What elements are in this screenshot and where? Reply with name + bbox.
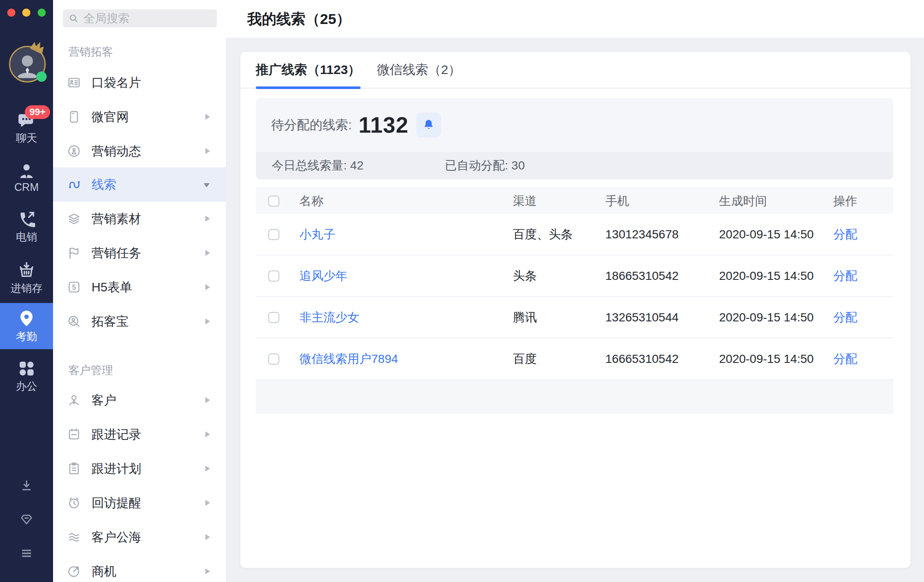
svg-text:5: 5 xyxy=(72,283,76,291)
flag-icon xyxy=(67,246,81,260)
lead-row: 非主流少女 腾讯 13265310544 2020-09-15 14:50 分配 xyxy=(256,297,893,339)
unassigned-panel-top: 待分配的线索: 1132 xyxy=(256,98,893,152)
tab-promo-leads[interactable]: 推广线索（1123） xyxy=(256,52,361,88)
row-checkbox[interactable] xyxy=(268,270,279,282)
col-phone: 手机 xyxy=(605,193,719,209)
sidebar-item-pocket-card[interactable]: 口袋名片 xyxy=(53,65,226,100)
section-title-marketing: 营销拓客 xyxy=(68,45,113,58)
assign-link[interactable]: 分配 xyxy=(833,352,857,365)
stat-auto-assigned: 已自动分配: 30 xyxy=(445,152,525,179)
waves-icon xyxy=(67,530,81,544)
chevron-right-icon xyxy=(205,500,210,506)
notify-bell-button[interactable] xyxy=(416,113,441,137)
rail-item-attendance[interactable]: 考勤 xyxy=(0,303,53,349)
lead-stats-strip: 今日总线索量: 42 已自动分配: 30 xyxy=(256,152,893,179)
row-checkbox[interactable] xyxy=(268,353,279,365)
rail-label-office: 办公 xyxy=(0,379,53,393)
lead-channel: 头条 xyxy=(513,268,605,284)
online-status-dot xyxy=(36,71,47,82)
menu-icon[interactable] xyxy=(19,546,34,561)
col-name: 名称 xyxy=(299,193,513,209)
tab-bar: 推广线索（1123） 微信线索（2） xyxy=(240,52,910,89)
col-created: 生成时间 xyxy=(719,193,833,209)
lead-channel: 百度 xyxy=(513,351,605,367)
sidebar-item-followup-records[interactable]: 跟进记录 xyxy=(53,417,226,451)
chevron-right-icon xyxy=(205,250,210,256)
chevron-right-icon xyxy=(205,318,210,324)
app-rail: 99+ 聊天 CRM 电销 xyxy=(0,0,53,582)
lead-row: 小丸子 百度、头条 13012345678 2020-09-15 14:50 分… xyxy=(256,214,893,255)
sidebar-item-customers[interactable]: 客户 xyxy=(53,383,226,417)
lead-phone: 13265310544 xyxy=(605,311,719,324)
sidebar-item-h5-form[interactable]: 5 H5表单 xyxy=(53,270,226,304)
lead-name-link[interactable]: 非主流少女 xyxy=(299,311,359,324)
mini-site-icon xyxy=(67,110,81,124)
lead-phone: 18665310542 xyxy=(605,269,719,283)
chevron-right-icon xyxy=(205,397,210,403)
chevron-right-icon xyxy=(205,114,210,120)
page-title: 我的线索（25） xyxy=(247,0,351,38)
h5-form-icon: 5 xyxy=(67,280,81,294)
lead-row: 追风少年 头条 18665310542 2020-09-15 14:50 分配 xyxy=(256,255,893,297)
sidebar-item-marketing-assets[interactable]: 营销素材 xyxy=(53,202,226,236)
lead-time: 2020-09-15 14:50 xyxy=(719,228,833,241)
lead-channel: 百度、头条 xyxy=(513,226,605,243)
assign-link[interactable]: 分配 xyxy=(833,311,857,324)
select-all-checkbox[interactable] xyxy=(268,196,279,207)
sidebar-item-marketing-tasks[interactable]: 营销任务 xyxy=(53,236,226,270)
app-grid-icon xyxy=(17,359,36,378)
sidebar-item-customer-pool[interactable]: 客户公海 xyxy=(53,520,226,554)
unassigned-count: 1132 xyxy=(358,112,409,138)
tab-wechat-leads[interactable]: 微信线索（2） xyxy=(377,52,461,88)
sidebar-item-marketing-feed[interactable]: 营销动态 xyxy=(53,134,226,168)
lead-name-link[interactable]: 追风少年 xyxy=(299,269,347,282)
row-checkbox[interactable] xyxy=(268,312,279,323)
sidebar-item-callback-reminders[interactable]: 回访提醒 xyxy=(53,486,226,520)
gem-icon[interactable] xyxy=(19,512,34,527)
topbar: 我的线索（25） xyxy=(226,0,924,38)
assign-link[interactable]: 分配 xyxy=(833,269,857,282)
search-input[interactable] xyxy=(83,12,203,25)
chevron-right-icon xyxy=(205,534,210,540)
sidebar-item-scout[interactable]: 拓客宝 xyxy=(53,304,226,339)
person-tie-icon xyxy=(17,161,36,181)
lead-time: 2020-09-15 14:50 xyxy=(719,311,833,324)
rail-label-inventory: 进销存 xyxy=(0,281,53,295)
unassigned-panel: 待分配的线索: 1132 今日总线索量: 42 已自动分配: 30 xyxy=(256,98,893,179)
global-search[interactable] xyxy=(63,9,217,27)
nav-sidebar: 营销拓客 口袋名片 微官网 营销动态 xyxy=(53,0,226,582)
basket-in-icon xyxy=(17,261,36,280)
chevron-right-icon xyxy=(205,466,210,472)
section-title-customer: 客户管理 xyxy=(68,364,113,377)
row-checkbox[interactable] xyxy=(268,229,279,240)
target-icon xyxy=(67,564,81,579)
close-button[interactable] xyxy=(7,9,15,17)
table-footer-strip xyxy=(256,380,893,413)
avatar[interactable] xyxy=(9,46,46,83)
lead-time: 2020-09-15 14:50 xyxy=(719,269,833,283)
bell-icon xyxy=(422,118,435,132)
sidebar-item-followup-plans[interactable]: 跟进计划 xyxy=(53,451,226,486)
zoom-button[interactable] xyxy=(38,9,46,17)
sidebar-item-opportunities[interactable]: 商机 xyxy=(53,554,226,582)
minimize-button[interactable] xyxy=(22,9,30,17)
sidebar-item-micro-site[interactable]: 微官网 xyxy=(53,100,226,134)
id-card-icon xyxy=(67,75,81,90)
lead-name-link[interactable]: 小丸子 xyxy=(299,228,335,241)
alarm-icon xyxy=(67,496,81,510)
thread-icon xyxy=(67,177,81,192)
assign-link[interactable]: 分配 xyxy=(833,228,857,241)
lead-name-link[interactable]: 微信线索用户7894 xyxy=(299,352,398,365)
layers-icon xyxy=(67,211,81,226)
sidebar-item-leads[interactable]: 线索 xyxy=(53,167,226,202)
download-icon[interactable] xyxy=(19,479,34,493)
location-pin-icon xyxy=(17,309,36,328)
calendar-icon xyxy=(67,427,81,442)
chevron-right-icon xyxy=(205,216,210,222)
leads-table: 名称 渠道 手机 生成时间 操作 小丸子 百度、头条 13012345678 2… xyxy=(256,187,893,413)
broadcast-icon xyxy=(67,144,81,158)
lead-phone: 16665310542 xyxy=(605,352,719,366)
lead-time: 2020-09-15 14:50 xyxy=(719,352,833,366)
main-area: 我的线索（25） 推广线索（1123） 微信线索（2） 待分配的线索: 1132 xyxy=(226,0,924,582)
unassigned-label: 待分配的线索: xyxy=(271,116,352,134)
